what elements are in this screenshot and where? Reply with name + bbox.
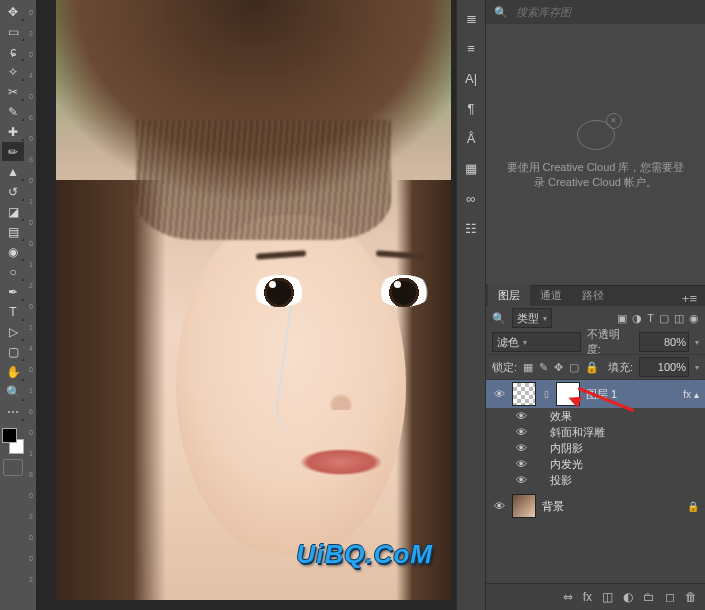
document-canvas[interactable]: UiBQ.CoM <box>56 0 451 600</box>
toolbox: ✥▭ɕ✧✂✎✚✏▲↺◪▤◉○✒T▷▢✋🔍⋯ <box>0 0 26 610</box>
layer-style-icon[interactable]: fx <box>583 590 592 604</box>
panel-dock: ≣≡A|¶Å▦∞☷ <box>456 0 486 610</box>
panel-menu-icon[interactable]: +≡ <box>674 291 705 306</box>
history-brush-tool[interactable]: ↺ <box>2 182 24 201</box>
more-tools[interactable]: ⋯ <box>2 402 24 421</box>
effects-header-row[interactable]: 👁 效果 <box>486 408 705 424</box>
healing-brush-tool[interactable]: ✚ <box>2 122 24 141</box>
crop-tool[interactable]: ✂ <box>2 82 24 101</box>
layer-thumbnail[interactable] <box>512 382 536 406</box>
adjustments-icon[interactable]: ☷ <box>463 220 479 236</box>
visibility-toggle-icon[interactable]: 👁 <box>514 426 528 438</box>
lock-label: 锁定: <box>492 360 517 375</box>
glyphs-icon[interactable]: Å <box>463 130 479 146</box>
visibility-toggle-icon[interactable]: 👁 <box>492 500 506 512</box>
lock-position-icon[interactable]: ✥ <box>554 361 563 374</box>
layer-name[interactable]: 背景 <box>542 499 564 514</box>
layer-filter-type[interactable]: 类型 <box>512 308 552 328</box>
fx-badge[interactable]: fx ▴ <box>683 389 699 400</box>
adjustment-layer-icon[interactable]: ◐ <box>623 590 633 604</box>
eraser-tool[interactable]: ◪ <box>2 202 24 221</box>
lasso-tool[interactable]: ɕ <box>2 42 24 61</box>
layer-mask-icon[interactable]: ◫ <box>602 590 613 604</box>
layers-panel: 图层 通道 路径 +≡ 🔍 类型 ▣◑T▢◫◉ 滤色 不透明度: ▾ 锁定: <box>486 286 705 610</box>
canvas-area: UiBQ.CoM <box>36 0 456 610</box>
visibility-toggle-icon[interactable]: 👁 <box>514 442 528 454</box>
blend-mode-select[interactable]: 滤色 <box>492 332 581 352</box>
effect-row[interactable]: 👁内发光 <box>486 456 705 472</box>
mask-link-icon[interactable]: ▯ <box>542 389 550 399</box>
filter-icon-4[interactable]: ◫ <box>674 312 684 325</box>
character-icon[interactable]: A| <box>463 70 479 86</box>
cloud-offline-icon <box>577 120 615 150</box>
pen-tool[interactable]: ✒ <box>2 282 24 301</box>
info-icon[interactable]: ∞ <box>463 190 479 206</box>
lock-indicator-icon: 🔒 <box>687 501 699 512</box>
properties-icon[interactable]: ▦ <box>463 160 479 176</box>
filter-icon-0[interactable]: ▣ <box>617 312 627 325</box>
layer-name[interactable]: 图层 1 <box>586 387 617 402</box>
panel-tabs: 图层 通道 路径 +≡ <box>486 286 705 306</box>
layer-row[interactable]: 👁 ▯ 图层 1 fx ▴ <box>486 380 705 408</box>
lock-pixels-icon[interactable]: ✎ <box>539 361 548 374</box>
tab-layers[interactable]: 图层 <box>488 285 530 306</box>
effect-row[interactable]: 👁斜面和浮雕 <box>486 424 705 440</box>
visibility-toggle-icon[interactable]: 👁 <box>492 388 506 400</box>
brush-tool[interactable]: ✏ <box>2 142 24 161</box>
effects-header: 效果 <box>550 409 572 424</box>
gradient-tool[interactable]: ▤ <box>2 222 24 241</box>
history-icon[interactable]: ≣ <box>463 10 479 26</box>
cc-search-input[interactable] <box>514 5 697 19</box>
fill-input[interactable] <box>639 357 689 377</box>
watermark-text: UiBQ.CoM <box>296 539 433 570</box>
lock-all-icon[interactable]: 🔒 <box>585 361 599 374</box>
new-layer-icon[interactable]: ◻ <box>665 590 675 604</box>
shape-tool[interactable]: ▢ <box>2 342 24 361</box>
lock-transparency-icon[interactable]: ▦ <box>523 361 533 374</box>
foreground-color[interactable] <box>2 428 17 443</box>
fill-label: 填充: <box>608 360 633 375</box>
move-tool[interactable]: ✥ <box>2 2 24 21</box>
actions-icon[interactable]: ≡ <box>463 40 479 56</box>
cc-libraries-panel: 🔍 要使用 Creative Cloud 库，您需要登录 Creative Cl… <box>486 0 705 286</box>
dodge-tool[interactable]: ○ <box>2 262 24 281</box>
photo-portrait: UiBQ.CoM <box>56 0 451 600</box>
layers-footer: ⇔fx◫◐🗀◻🗑 <box>486 583 705 610</box>
visibility-toggle-icon[interactable]: 👁 <box>514 474 528 486</box>
type-tool[interactable]: T <box>2 302 24 321</box>
eyedropper-tool[interactable]: ✎ <box>2 102 24 121</box>
blur-tool[interactable]: ◉ <box>2 242 24 261</box>
trash-icon[interactable]: 🗑 <box>685 590 697 604</box>
lock-artboard-icon[interactable]: ▢ <box>569 361 579 374</box>
quick-mask-toggle[interactable] <box>3 459 23 476</box>
tab-channels[interactable]: 通道 <box>530 285 572 306</box>
hand-tool[interactable]: ✋ <box>2 362 24 381</box>
filter-icon-5[interactable]: ◉ <box>689 312 699 325</box>
marquee-tool[interactable]: ▭ <box>2 22 24 41</box>
filter-icon-1[interactable]: ◑ <box>632 312 642 325</box>
ruler-vertical: 0204060801001201401601802002 <box>26 0 36 610</box>
opacity-label: 不透明度: <box>587 327 633 357</box>
tab-paths[interactable]: 路径 <box>572 285 614 306</box>
layer-mask-thumbnail[interactable] <box>556 382 580 406</box>
filter-icon-3[interactable]: ▢ <box>659 312 669 325</box>
clone-stamp-tool[interactable]: ▲ <box>2 162 24 181</box>
layer-list: 👁 ▯ 图层 1 fx ▴ 👁 效果 👁斜面和浮雕 👁内阴影 👁内发光 <box>486 380 705 583</box>
group-icon[interactable]: 🗀 <box>643 590 655 604</box>
search-icon: 🔍 <box>494 6 508 19</box>
link-layers-icon[interactable]: ⇔ <box>563 590 573 604</box>
filter-icon-2[interactable]: T <box>647 312 654 325</box>
effect-row[interactable]: 👁内阴影 <box>486 440 705 456</box>
effect-row[interactable]: 👁投影 <box>486 472 705 488</box>
zoom-tool[interactable]: 🔍 <box>2 382 24 401</box>
opacity-input[interactable] <box>639 332 689 352</box>
magic-wand-tool[interactable]: ✧ <box>2 62 24 81</box>
paragraph-icon[interactable]: ¶ <box>463 100 479 116</box>
layer-row[interactable]: 👁 背景 🔒 <box>486 492 705 520</box>
layer-thumbnail[interactable] <box>512 494 536 518</box>
visibility-toggle-icon[interactable]: 👁 <box>514 458 528 470</box>
visibility-toggle-icon[interactable]: 👁 <box>514 410 528 422</box>
color-swatches[interactable] <box>2 428 24 454</box>
cc-signin-message: 要使用 Creative Cloud 库，您需要登录 Creative Clou… <box>506 160 685 190</box>
path-select-tool[interactable]: ▷ <box>2 322 24 341</box>
